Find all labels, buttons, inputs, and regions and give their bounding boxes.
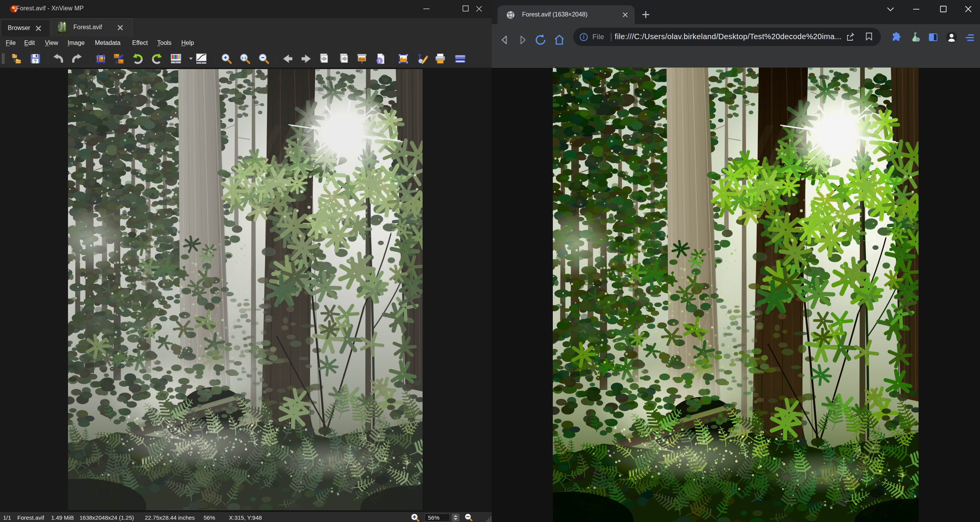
svg-text:?: ? [34,58,37,64]
svg-text:1:1: 1:1 [241,56,246,60]
svg-text:T: T [418,53,421,59]
